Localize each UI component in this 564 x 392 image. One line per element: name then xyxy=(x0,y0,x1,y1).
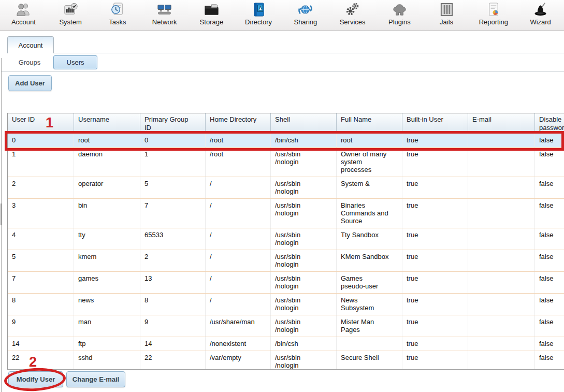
column-header[interactable]: User ID xyxy=(8,113,74,133)
network-icon xyxy=(156,2,172,18)
toolbar-item-sharing[interactable]: Sharing xyxy=(282,0,329,31)
modify-user-button[interactable]: Modify User xyxy=(8,371,63,387)
toolbar-item-storage[interactable]: Storage xyxy=(188,0,235,31)
table-cell: true xyxy=(402,294,468,315)
table-cell: 5 xyxy=(140,177,206,198)
table-cell: false xyxy=(535,250,564,271)
table-cell: / xyxy=(206,199,271,228)
table-cell: false xyxy=(535,294,564,315)
table-cell: 8 xyxy=(8,294,74,315)
table-cell xyxy=(468,337,535,351)
toolbar-item-plugins[interactable]: Plugins xyxy=(376,0,423,31)
column-header[interactable]: E-mail xyxy=(468,113,535,133)
table-cell: 7 xyxy=(140,199,206,228)
table-cell: KMem Sandbox xyxy=(337,250,402,271)
toolbar-item-reporting[interactable]: Reporting xyxy=(470,0,517,31)
table-cell: 22 xyxy=(140,351,206,370)
table-cell: /nonexistent xyxy=(206,337,271,351)
table-cell: / xyxy=(206,228,271,250)
tab-account[interactable]: Account xyxy=(7,36,54,53)
table-cell: /usr/sbin /nologin xyxy=(271,250,337,271)
freenas-users-screen: Account System Tasks xyxy=(0,0,564,392)
toolbar-label: Account xyxy=(11,18,36,26)
table-row[interactable]: 3bin7//usr/sbin /nologinBinaries Command… xyxy=(8,199,564,228)
table-row[interactable]: 8news8//usr/sbin /nologinNews Subsystemt… xyxy=(8,294,564,315)
table-cell: /var/empty xyxy=(206,351,271,370)
change-email-button[interactable]: Change E-mail xyxy=(66,371,125,387)
column-header[interactable]: Primary Group ID xyxy=(140,113,206,133)
table-cell: / xyxy=(206,294,271,315)
table-cell: true xyxy=(402,337,468,351)
table-cell: true xyxy=(402,351,468,370)
table-cell: ftp xyxy=(74,337,140,351)
table-row[interactable]: 4tty65533//usr/sbin /nologinTty Sandboxt… xyxy=(8,228,564,250)
table-cell: true xyxy=(402,199,468,228)
storage-icon xyxy=(204,2,220,18)
account-icon xyxy=(16,2,32,18)
toolbar-item-directory[interactable]: Directory xyxy=(235,0,282,31)
table-row[interactable]: 14ftp14/nonexistent/bin/cshtruefalse xyxy=(8,337,564,351)
toolbar-item-account[interactable]: Account xyxy=(0,0,47,31)
table-cell: /usr/sbin /nologin xyxy=(271,272,337,293)
splitter-grip[interactable] xyxy=(1,204,2,225)
table-cell: News Subsystem xyxy=(337,294,402,315)
table-row[interactable]: 7games13//usr/sbin /nologinGames pseudo-… xyxy=(8,272,564,294)
table-cell: 3 xyxy=(8,199,74,228)
table-row[interactable]: 2operator5//usr/sbin /nologinSystem &tru… xyxy=(8,177,564,199)
table-cell xyxy=(468,315,535,337)
table-cell: games xyxy=(74,272,140,293)
column-header[interactable]: Home Directory xyxy=(206,113,271,133)
table-cell: 0 xyxy=(8,134,74,147)
column-header[interactable]: Full Name xyxy=(337,113,402,133)
column-header[interactable]: Disable password xyxy=(535,113,564,133)
table-cell xyxy=(468,228,535,250)
table-cell: true xyxy=(402,134,468,147)
tab-users-label: Users xyxy=(67,59,84,66)
table-row[interactable]: 9man9/usr/share/man/usr/sbin /nologinMis… xyxy=(8,315,564,337)
table-cell: 7 xyxy=(8,272,74,293)
table-cell: root xyxy=(337,134,402,147)
table-cell: Secure Shell xyxy=(337,351,402,370)
table-cell: true xyxy=(402,148,468,177)
table-row[interactable]: 0root0/root/bin/cshroottruefalse xyxy=(8,134,564,148)
table-cell: System & xyxy=(337,177,402,198)
tab-groups[interactable]: Groups xyxy=(7,56,52,69)
table-cell: false xyxy=(535,315,564,337)
column-header[interactable]: Built-in User xyxy=(402,113,468,133)
column-header[interactable]: Username xyxy=(74,113,140,133)
table-cell: /bin/csh xyxy=(271,134,337,147)
table-cell: / xyxy=(206,272,271,293)
table-cell xyxy=(468,272,535,293)
table-cell: man xyxy=(74,315,140,337)
table-cell: 13 xyxy=(140,272,206,293)
table-cell: news xyxy=(74,294,140,315)
table-cell: / xyxy=(206,250,271,271)
plugins-icon xyxy=(392,2,408,18)
table-cell: Mister Man Pages xyxy=(337,315,402,337)
table-cell: 4 xyxy=(8,228,74,250)
column-header[interactable]: Shell xyxy=(271,113,337,133)
toolbar-item-network[interactable]: Network xyxy=(141,0,188,31)
toolbar-item-wizard[interactable]: Wizard xyxy=(517,0,564,31)
toolbar-label: Services xyxy=(340,18,366,26)
add-user-button[interactable]: Add User xyxy=(8,75,52,91)
table-row[interactable]: 1daemon1/root/usr/sbin /nologinOwner of … xyxy=(8,148,564,177)
table-cell: sshd xyxy=(74,351,140,370)
table-cell: / xyxy=(206,177,271,198)
table-row[interactable]: 22sshd22/var/empty/usr/sbin /nologinSecu… xyxy=(8,351,564,370)
tab-users[interactable]: Users xyxy=(53,55,97,69)
table-cell: /bin/csh xyxy=(271,337,337,351)
toolbar-item-services[interactable]: Services xyxy=(329,0,376,31)
users-grid: User IDUsernamePrimary Group IDHome Dire… xyxy=(7,113,564,370)
toolbar-item-tasks[interactable]: Tasks xyxy=(94,0,141,31)
toolbar-item-jails[interactable]: Jails xyxy=(423,0,470,31)
jails-icon xyxy=(439,2,455,18)
toolbar-label: Storage xyxy=(200,18,224,26)
directory-icon xyxy=(251,2,267,18)
toolbar-item-system[interactable]: System xyxy=(47,0,94,31)
table-cell: false xyxy=(535,177,564,198)
table-cell: 2 xyxy=(8,177,74,198)
users-table-body: 0root0/root/bin/cshroottruefalse1daemon1… xyxy=(8,134,564,370)
table-row[interactable]: 5kmem2//usr/sbin /nologinKMem Sandboxtru… xyxy=(8,250,564,272)
table-cell: false xyxy=(535,272,564,293)
